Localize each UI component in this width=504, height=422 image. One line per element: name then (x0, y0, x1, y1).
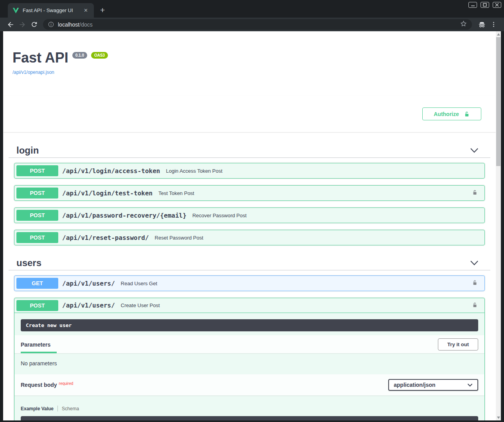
method-badge: POST (16, 188, 58, 198)
back-arrow-icon (7, 21, 14, 29)
three-dots-icon (490, 21, 497, 28)
page-title: Fast API (13, 50, 68, 66)
chevron-down-icon[interactable] (470, 260, 479, 266)
oas3-badge: OAS3 (91, 52, 108, 59)
address-bar[interactable]: localhost/docs (43, 19, 472, 30)
unlock-icon (464, 111, 470, 117)
method-badge: POST (16, 165, 58, 176)
version-badge: 0.1.0 (72, 52, 87, 59)
forward-button[interactable] (16, 19, 28, 30)
op-summary[interactable]: POST /api/v1/login/access-token Login Ac… (14, 163, 484, 178)
opblock-login-access-token: POST /api/v1/login/access-token Login Ac… (14, 163, 485, 179)
parameters-header: Parameters Try it out (14, 335, 484, 353)
tag-header-users[interactable]: users (9, 256, 490, 270)
maximize-icon (483, 3, 487, 7)
browser-toolbar: localhost/docs (0, 18, 504, 31)
op-path: /api/v1/login/test-token (62, 190, 152, 197)
forward-arrow-icon (18, 21, 26, 29)
star-icon (460, 20, 467, 27)
back-button[interactable] (5, 19, 16, 30)
minimize-button[interactable] (468, 2, 477, 8)
example-value-tab[interactable]: Example Value (21, 406, 54, 411)
opblock-password-recovery: POST /api/v1/password-recovery/{email} R… (14, 207, 485, 223)
content-type-value: application/json (394, 382, 436, 388)
parameters-tab[interactable]: Parameters (21, 336, 57, 353)
op-summary-text: Recover Password Post (192, 213, 247, 218)
opblock-body: Create new user Parameters Try it out No… (14, 319, 484, 420)
incognito-icon (478, 20, 486, 29)
required-label: required (59, 381, 74, 386)
op-summary-text: Login Access Token Post (166, 168, 222, 174)
tag-section-users: users GET /api/v1/users/ Read Users Get (9, 256, 490, 420)
op-path: /api/v1/users/ (62, 302, 115, 309)
op-summary[interactable]: GET /api/v1/users/ Read Users Get (14, 276, 484, 291)
tab-separator (57, 406, 58, 411)
content-type-select[interactable]: application/json (388, 379, 478, 391)
opblock-reset-password: POST /api/v1/reset-password/ Reset Passw… (14, 230, 485, 245)
op-path: /api/v1/login/access-token (62, 167, 160, 175)
authorize-label: Authorize (434, 111, 459, 117)
reload-button[interactable] (28, 19, 40, 30)
op-summary[interactable]: POST /api/v1/password-recovery/{email} R… (14, 208, 484, 223)
auth-lock-button[interactable] (472, 279, 478, 287)
site-info-icon[interactable] (48, 21, 54, 28)
op-summary-text: Create User Post (121, 302, 160, 308)
op-summary[interactable]: POST /api/v1/reset-password/ Reset Passw… (14, 230, 484, 245)
tag-section-login: login POST /api/v1/login/access-token Lo… (9, 143, 490, 245)
lock-unlocked-icon (472, 279, 478, 286)
opblock-login-test-token: POST /api/v1/login/test-token Test Token… (14, 185, 485, 201)
reload-icon (30, 21, 38, 28)
auth-lock-button[interactable] (472, 302, 478, 309)
authorize-button[interactable]: Authorize (422, 107, 481, 120)
method-badge: GET (16, 278, 58, 289)
op-path: /api/v1/users/ (62, 280, 115, 287)
browser-menu-button[interactable] (488, 19, 499, 30)
url-text[interactable]: localhost/docs (58, 21, 93, 28)
maximize-button[interactable] (481, 2, 489, 8)
browser-tab[interactable]: Fast API - Swagger UI ✕ (8, 3, 94, 18)
auth-lock-button[interactable] (472, 189, 478, 197)
op-summary-text: Read Users Get (121, 281, 157, 286)
url-path: /docs (79, 21, 92, 28)
browser-titlebar: Fast API - Swagger UI ✕ + (0, 0, 504, 18)
browser-window: Fast API - Swagger UI ✕ + (0, 0, 504, 422)
scrollbar-up-arrow[interactable] (496, 32, 501, 37)
bookmark-button[interactable] (460, 20, 467, 29)
window-controls (468, 2, 501, 8)
try-it-out-button[interactable]: Try it out (438, 338, 478, 350)
model-example: Example Value Schema { (14, 395, 484, 420)
openapi-spec-link[interactable]: /api/v1/openapi.json (13, 70, 54, 75)
schema-tab[interactable]: Schema (62, 406, 79, 411)
method-badge: POST (16, 300, 58, 311)
chevron-down-icon (467, 383, 473, 387)
page-viewport: Fast API 0.1.0 OAS3 /api/v1/openapi.json… (3, 31, 501, 420)
operations-list: login POST /api/v1/login/access-token Lo… (3, 143, 496, 420)
tag-name-users: users (16, 256, 41, 269)
new-tab-button[interactable]: + (100, 5, 105, 15)
scrollbar-down-arrow[interactable] (496, 415, 501, 420)
op-summary[interactable]: POST /api/v1/users/ Create User Post (14, 298, 484, 313)
vite-favicon-icon (13, 7, 19, 14)
op-path: /api/v1/password-recovery/{email} (62, 212, 187, 219)
lock-unlocked-icon (472, 189, 478, 196)
op-summary-text: Test Token Post (158, 190, 194, 196)
tab-close-icon[interactable]: ✕ (82, 7, 90, 14)
close-icon (495, 3, 499, 7)
op-summary-text: Reset Password Post (155, 235, 203, 241)
example-tabs: Example Value Schema (21, 406, 478, 411)
url-host: localhost (58, 21, 79, 28)
request-body-label: Request body (21, 382, 57, 388)
opblock-read-users: GET /api/v1/users/ Read Users Get (14, 275, 485, 291)
api-info: Fast API 0.1.0 OAS3 /api/v1/openapi.json (3, 31, 496, 75)
swagger-page: Fast API 0.1.0 OAS3 /api/v1/openapi.json… (3, 31, 501, 420)
op-path: /api/v1/reset-password/ (62, 234, 149, 241)
opblock-create-user: POST /api/v1/users/ Create User Post (14, 298, 485, 420)
tag-header-login[interactable]: login (9, 143, 490, 158)
chevron-down-icon[interactable] (470, 148, 479, 153)
scrollbar-thumb[interactable] (496, 37, 500, 166)
scheme-container: Authorize (3, 96, 496, 132)
page-scrollbar[interactable] (496, 31, 501, 420)
op-summary[interactable]: POST /api/v1/login/test-token Test Token… (14, 186, 484, 200)
tag-name-login: login (16, 144, 39, 157)
close-window-button[interactable] (493, 2, 501, 8)
